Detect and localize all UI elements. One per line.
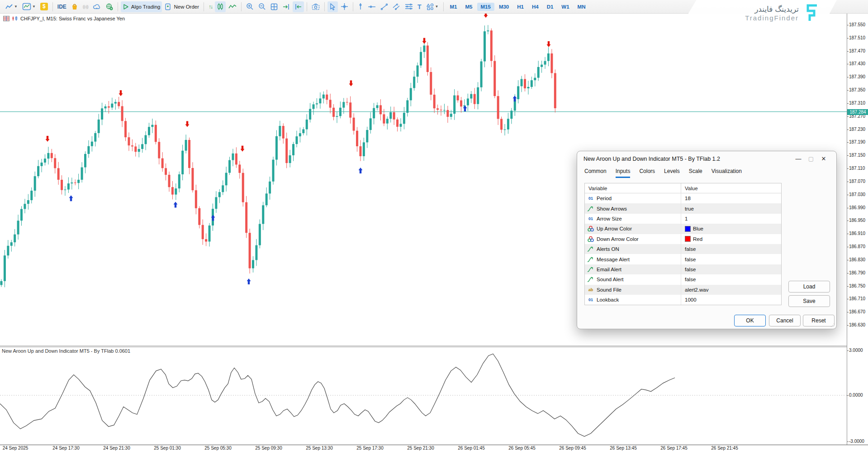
up-signal-arrow xyxy=(174,202,178,208)
new-order-button[interactable]: New Order xyxy=(163,1,201,12)
indicator-tickmark xyxy=(847,350,849,351)
shift-left-icon xyxy=(294,3,302,10)
minimize-icon[interactable]: — xyxy=(792,155,805,162)
tab-visualization[interactable]: Visualization xyxy=(711,168,742,178)
timeframe-m5[interactable]: M5 xyxy=(462,3,476,11)
table-row[interactable]: Sound Alertfalse xyxy=(585,274,781,284)
chart-profile-button[interactable]: ▼ xyxy=(20,1,38,12)
shapes-tool-button[interactable]: ▼ xyxy=(424,1,441,12)
timeframe-m1[interactable]: M1 xyxy=(446,3,461,11)
variable-value: 18 xyxy=(685,196,691,201)
value-cell[interactable]: false xyxy=(681,254,781,264)
integer-type-icon: 01 xyxy=(587,216,594,221)
table-row[interactable]: Down Arrow ColorRed xyxy=(585,234,781,244)
time-axis[interactable]: 24 Sep 202524 Sep 17:3024 Sep 21:3025 Se… xyxy=(0,445,868,451)
price-tick-label: 186.950 xyxy=(849,218,865,223)
value-cell[interactable]: 18 xyxy=(681,193,781,203)
close-icon[interactable]: ✕ xyxy=(817,155,830,162)
timeframe-w1[interactable]: W1 xyxy=(558,3,573,11)
tile-windows-button[interactable] xyxy=(269,1,280,12)
table-row[interactable]: Alerts ONfalse xyxy=(585,244,781,254)
indicator-panel[interactable]: New Aroon Up and Down Indicator MT5 - By… xyxy=(0,347,847,445)
timeframe-h1[interactable]: H1 xyxy=(513,3,527,11)
value-cell[interactable]: Red xyxy=(681,234,781,244)
save-button[interactable]: Save xyxy=(788,295,830,307)
value-cell[interactable]: Blue xyxy=(681,224,781,234)
timeframe-m15[interactable]: M15 xyxy=(477,3,494,11)
crosshair-button[interactable] xyxy=(339,1,350,12)
timeframe-h4[interactable]: H4 xyxy=(528,3,542,11)
depth-of-market-icon[interactable] xyxy=(3,16,9,21)
algo-trading-button[interactable]: Algo Trading xyxy=(121,1,162,12)
timeframe-d1[interactable]: D1 xyxy=(543,3,557,11)
fibo-tool-button[interactable] xyxy=(403,1,415,12)
timeframe-mn[interactable]: MN xyxy=(574,3,589,11)
shift-end-button[interactable] xyxy=(280,1,292,12)
ide-button[interactable]: IDE xyxy=(56,1,68,12)
price-tickmark xyxy=(847,182,849,182)
camera-icon xyxy=(312,3,320,10)
table-row[interactable]: Up Arrow ColorBlue xyxy=(585,224,781,234)
market-button[interactable] xyxy=(69,1,80,12)
table-row[interactable]: abSound Filealert2.wav xyxy=(585,285,781,295)
price-tick-label: 186.790 xyxy=(849,270,865,275)
up-signal-arrow xyxy=(247,278,251,284)
resize-grip[interactable]: ⋰ xyxy=(830,323,835,327)
community-button[interactable] xyxy=(104,1,115,12)
price-tickmark xyxy=(847,25,849,25)
signals-button[interactable]: ((o)) xyxy=(81,1,90,12)
variable-column-header: Variable xyxy=(585,186,607,191)
cancel-button[interactable]: Cancel xyxy=(769,315,801,326)
zoom-in-button[interactable] xyxy=(244,1,256,12)
symbol-chart-icon[interactable] xyxy=(12,16,18,21)
chart-type-button[interactable]: ▼ xyxy=(3,1,19,12)
table-row[interactable]: Message Alertfalse xyxy=(585,254,781,264)
tab-levels[interactable]: Levels xyxy=(664,168,680,178)
zoom-out-button[interactable] xyxy=(256,1,268,12)
line-mode-button[interactable] xyxy=(227,1,238,12)
dialog-titlebar[interactable]: New Aroon Up and Down Indicator MT5 - By… xyxy=(577,151,836,166)
value-cell[interactable]: false xyxy=(681,264,781,274)
tab-inputs[interactable]: Inputs xyxy=(616,168,631,178)
cloud-button[interactable] xyxy=(91,1,103,12)
reset-button[interactable]: Reset xyxy=(803,315,835,326)
price-tickmark xyxy=(847,103,849,104)
value-cell[interactable]: 1 xyxy=(681,214,781,224)
table-row[interactable]: 01Arrow Size1 xyxy=(585,214,781,224)
table-row[interactable]: Show Arrowstrue xyxy=(585,203,781,213)
toolbar-separator xyxy=(353,2,353,11)
text-tool-button[interactable]: T xyxy=(416,1,423,12)
tab-colors[interactable]: Colors xyxy=(639,168,655,178)
cursor-button[interactable] xyxy=(327,1,338,12)
table-row[interactable]: 01Lookback1000 xyxy=(585,295,781,305)
timeframe-m30[interactable]: M30 xyxy=(495,3,512,11)
vline-tool-button[interactable] xyxy=(356,1,365,12)
price-tickmark xyxy=(847,130,849,130)
screenshot-button[interactable] xyxy=(310,1,322,12)
value-cell[interactable]: false xyxy=(681,274,781,284)
hline-tool-button[interactable] xyxy=(366,1,378,12)
load-button[interactable]: Load xyxy=(788,281,830,293)
tab-scale[interactable]: Scale xyxy=(689,168,702,178)
down-signal-arrow xyxy=(241,146,245,152)
value-cell[interactable]: 1000 xyxy=(681,295,781,305)
channel-tool-button[interactable] xyxy=(391,1,402,12)
table-row[interactable]: 01Period18 xyxy=(585,193,781,203)
trendline-tool-button[interactable] xyxy=(379,1,390,12)
value-cell[interactable]: false xyxy=(681,244,781,254)
ok-button[interactable]: OK xyxy=(734,315,766,326)
value-cell[interactable]: alert2.wav xyxy=(681,285,781,295)
price-tick-label: 186.710 xyxy=(849,296,865,301)
price-axis[interactable]: 187.550187.510187.470187.430187.390187.3… xyxy=(847,14,868,445)
tick-chart-button[interactable]: ↑↓ xyxy=(207,1,214,12)
algo-trading-label: Algo Trading xyxy=(131,4,161,10)
shift-left-button[interactable] xyxy=(293,1,304,12)
maximize-icon[interactable]: ▢ xyxy=(805,155,817,162)
aroon-indicator-chart xyxy=(0,347,847,445)
value-cell[interactable]: true xyxy=(681,203,781,213)
current-price-tag: 187.284 xyxy=(847,109,868,115)
candle-mode-button[interactable] xyxy=(215,1,226,12)
deposit-button[interactable]: $ xyxy=(38,1,50,12)
tab-common[interactable]: Common xyxy=(584,168,607,178)
table-row[interactable]: Email Alertfalse xyxy=(585,264,781,274)
